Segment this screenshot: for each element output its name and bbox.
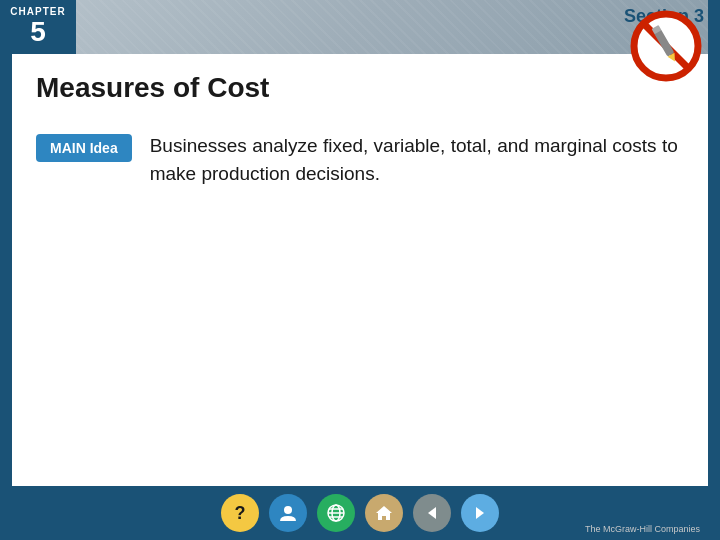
back-button[interactable] xyxy=(413,494,451,532)
slide-title: Measures of Cost xyxy=(36,72,269,103)
help-button[interactable]: ? xyxy=(221,494,259,532)
mcgraw-logo: The McGraw-Hill Companies xyxy=(585,524,700,534)
svg-point-6 xyxy=(284,506,292,514)
content-area: Measures of Cost MAIN Idea Businesses an… xyxy=(12,54,708,486)
main-idea-badge: MAIN Idea xyxy=(36,134,132,162)
left-bar xyxy=(0,0,12,540)
user-button[interactable] xyxy=(269,494,307,532)
chapter-number: 5 xyxy=(30,17,46,48)
top-background xyxy=(0,0,720,60)
svg-marker-12 xyxy=(376,506,392,520)
chapter-box: CHAPTER 5 xyxy=(0,0,76,54)
title-section: Measures of Cost xyxy=(12,54,708,116)
svg-marker-14 xyxy=(476,507,484,519)
globe-button[interactable] xyxy=(317,494,355,532)
svg-marker-13 xyxy=(428,507,436,519)
no-entry-icon xyxy=(630,10,702,82)
main-idea-row: MAIN Idea Businesses analyze fixed, vari… xyxy=(12,116,708,203)
forward-button[interactable] xyxy=(461,494,499,532)
main-idea-text: Businesses analyze fixed, variable, tota… xyxy=(150,132,684,187)
right-bar xyxy=(708,0,720,540)
slide-container: CHAPTER 5 Section 3 Measures of Cost xyxy=(0,0,720,540)
home-button[interactable] xyxy=(365,494,403,532)
